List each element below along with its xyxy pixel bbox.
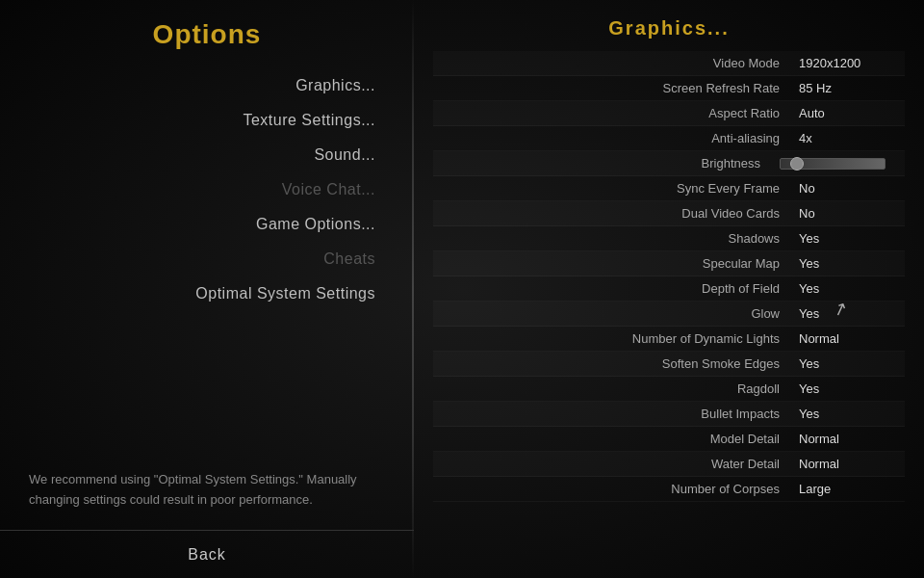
nav-item-cheats: Cheats [19, 243, 395, 276]
setting-label: Water Detail [443, 457, 799, 471]
nav-item-texture[interactable]: Texture Settings... [19, 104, 395, 137]
setting-value: 4x [799, 131, 895, 145]
setting-label: Anti-aliasing [443, 131, 799, 145]
setting-value: 1920x1200 [799, 56, 895, 70]
setting-row[interactable]: Specular MapYes [433, 251, 905, 276]
nav-item-sound[interactable]: Sound... [19, 139, 395, 171]
setting-row[interactable]: Dual Video CardsNo [433, 201, 905, 226]
nav-item-voicechat: Voice Chat... [19, 173, 395, 206]
setting-value: No [799, 181, 895, 196]
section-title: Graphics... [414, 10, 924, 51]
setting-label: Dual Video Cards [443, 206, 799, 221]
setting-label: Ragdoll [443, 381, 799, 396]
setting-label: Model Detail [443, 432, 799, 446]
setting-row[interactable]: Soften Smoke EdgesYes [433, 352, 905, 377]
setting-label: Screen Refresh Rate [443, 81, 799, 95]
setting-row[interactable]: Video Mode1920x1200 [433, 51, 905, 76]
left-panel: Options Graphics...Texture Settings...So… [0, 0, 414, 578]
setting-label: Glow [443, 306, 799, 321]
nav-item-graphics[interactable]: Graphics... [19, 69, 395, 102]
setting-row[interactable]: Brightness [433, 151, 905, 176]
setting-value: Normal [799, 331, 895, 346]
setting-row[interactable]: Number of Dynamic LightsNormal [433, 327, 905, 352]
setting-value: Large [799, 482, 895, 496]
setting-value: Yes [799, 231, 895, 246]
setting-label: Depth of Field [443, 281, 799, 296]
setting-value: Yes [799, 281, 895, 296]
nav-item-optimal[interactable]: Optimal System Settings [19, 277, 395, 310]
setting-label: Video Mode [443, 56, 799, 70]
main-container: Options Graphics...Texture Settings...So… [0, 0, 924, 578]
setting-label: Brightness [443, 156, 780, 171]
brightness-slider-thumb [790, 157, 804, 171]
setting-label: Shadows [443, 231, 799, 246]
setting-row[interactable]: RagdollYes [433, 377, 905, 402]
setting-value: Auto [799, 106, 895, 120]
back-button[interactable]: Back [159, 541, 255, 568]
setting-value [780, 158, 895, 170]
setting-label: Number of Dynamic Lights [443, 331, 799, 346]
setting-label: Soften Smoke Edges [443, 356, 799, 371]
setting-label: Sync Every Frame [443, 181, 799, 196]
page-title: Options [0, 10, 414, 69]
setting-value: Yes [799, 256, 895, 271]
setting-row[interactable]: Water DetailNormal [433, 452, 905, 477]
setting-value: Normal [799, 432, 895, 446]
setting-label: Bullet Impacts [443, 407, 799, 421]
setting-row[interactable]: Anti-aliasing4x [433, 126, 905, 151]
setting-value: Yes [799, 356, 895, 371]
setting-value: 85 Hz [799, 81, 895, 95]
setting-row[interactable]: Aspect RatioAuto [433, 101, 905, 126]
setting-row[interactable]: Bullet ImpactsYes [433, 402, 905, 427]
right-panel: Graphics... Video Mode1920x1200Screen Re… [414, 0, 924, 578]
setting-value: Normal [799, 457, 895, 471]
setting-row[interactable]: Sync Every FrameNo [433, 176, 905, 201]
setting-value: Yes [799, 407, 895, 421]
setting-value: Yes [799, 381, 895, 396]
setting-row[interactable]: Depth of FieldYes [433, 276, 905, 302]
nav-items: Graphics...Texture Settings...Sound...Vo… [0, 69, 414, 451]
nav-item-gameoptions[interactable]: Game Options... [19, 208, 395, 241]
setting-row[interactable]: Model DetailNormal [433, 427, 905, 452]
setting-label: Aspect Ratio [443, 106, 799, 120]
back-area: Back [0, 530, 414, 578]
setting-value: No [799, 206, 895, 221]
setting-row[interactable]: Screen Refresh Rate85 Hz [433, 76, 905, 101]
setting-row[interactable]: ShadowsYes [433, 226, 905, 251]
brightness-slider-track[interactable] [780, 158, 886, 170]
setting-label: Specular Map [443, 256, 799, 271]
setting-label: Number of Corpses [443, 482, 799, 496]
setting-row[interactable]: Number of CorpsesLarge [433, 477, 905, 502]
